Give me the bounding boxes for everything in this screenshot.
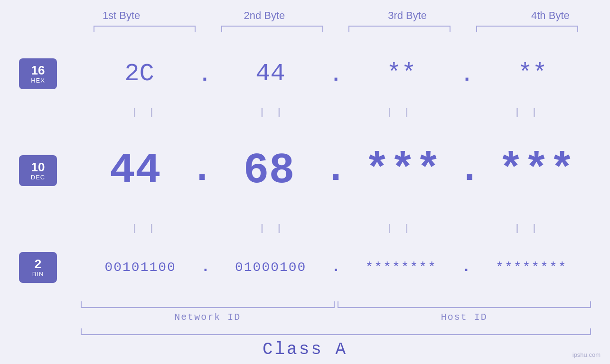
top-bracket-1 [94,26,196,32]
bin-label-col: 2 BIN [19,252,81,283]
dec-b4-cell: *** [482,147,591,195]
bin-b4: ******** [496,260,567,275]
network-bracket [81,301,335,308]
hex-dot-3: . [461,64,473,88]
class-bracket [81,328,591,335]
dec-b1: 44 [110,147,161,195]
dec-b2: 68 [244,147,295,195]
top-bracket-3 [348,26,450,32]
hex-b3: ** [386,60,416,88]
eq-2-b1: | | [81,223,208,234]
bin-b1-cell: 00101100 [81,260,200,275]
dec-b2-cell: 68 [215,147,324,195]
eq-divider-1: | | | | | | | | [81,106,591,119]
bracket-cell-1 [81,26,208,32]
network-id-label: Network ID [81,312,335,323]
eq-2-b2: | | [208,223,336,234]
hex-data-row: 2C . 44 . ** . ** [81,60,591,88]
dec-row-wrap: 10 DEC 44 . 68 . *** . *** [19,119,591,222]
eq-2-b3: | | [336,223,464,234]
dec-badge-number: 10 [31,160,45,174]
eq-1-b1: | | [81,107,208,118]
bin-badge: 2 BIN [19,252,57,283]
bin-b4-cell: ******** [472,260,591,275]
dec-b1-cell: 44 [81,147,190,195]
byte2-header: 2nd Byte [193,9,336,26]
byte1-header: 1st Byte [50,9,193,26]
bin-data-row: 00101100 . 01000100 . ******** . *******… [81,258,591,277]
bin-dot-1: . [201,258,210,277]
top-brackets [81,26,591,32]
rows-wrapper: 16 HEX 2C . 44 . ** . ** [19,42,591,299]
hex-b2-cell: 44 [212,60,329,88]
hex-b3-cell: ** [343,60,460,88]
bin-badge-number: 2 [35,257,41,271]
class-label: Class A [263,340,347,359]
dec-b3-cell: *** [348,147,458,195]
byte-headers: 1st Byte 2nd Byte 3rd Byte 4th Byte [50,9,610,26]
watermark: ipshu.com [572,351,601,358]
id-labels: Network ID Host ID [81,312,591,323]
bin-dot-2: . [331,258,340,277]
eq-divider-2: | | | | | | | | [81,222,591,235]
bracket-cell-2 [208,26,336,32]
hex-b4-cell: ** [474,60,591,88]
bin-b3-cell: ******** [341,260,460,275]
dec-label-col: 10 DEC [19,155,81,186]
bin-b3: ******** [366,260,437,275]
eq-2-b4: | | [463,223,591,234]
dec-dot-2: . [324,148,347,195]
bracket-cell-3 [336,26,464,32]
hex-dot-1: . [199,64,211,88]
hex-row-wrap: 16 HEX 2C . 44 . ** . ** [19,42,591,106]
top-bracket-4 [476,26,578,32]
dec-b3: *** [364,147,441,195]
main-container: 1st Byte 2nd Byte 3rd Byte 4th Byte 16 H… [0,0,610,364]
dec-b4: *** [498,147,575,195]
hex-b4: ** [517,60,547,88]
hex-badge-number: 16 [31,64,45,77]
hex-dot-2: . [330,64,342,88]
dec-dot-1: . [191,148,214,195]
hex-badge: 16 HEX [19,58,57,89]
hex-b2: 44 [255,60,285,88]
eq-1-b3: | | [336,107,464,118]
bin-b2: 01000100 [235,260,306,275]
class-label-row: Class A [19,340,591,359]
bin-row-wrap: 2 BIN 00101100 . 01000100 . ******** . * [19,235,591,299]
byte3-header: 3rd Byte [336,9,479,26]
hex-label-col: 16 HEX [19,58,81,89]
dec-dot-3: . [458,148,481,195]
bottom-brackets [81,301,591,308]
bin-b2-cell: 01000100 [211,260,330,275]
hex-b1-cell: 2C [81,60,198,88]
dec-data-row: 44 . 68 . *** . *** [81,147,591,195]
bin-b1: 00101100 [104,260,176,275]
bracket-cell-4 [463,26,591,32]
dec-badge: 10 DEC [19,155,57,186]
dec-badge-label: DEC [31,174,45,181]
host-id-label: Host ID [338,312,591,323]
hex-b1: 2C [124,60,154,88]
eq-1-b2: | | [208,107,336,118]
hex-badge-label: HEX [31,77,45,84]
host-bracket [338,301,591,308]
bin-dot-3: . [461,258,470,277]
eq-1-b4: | | [463,107,591,118]
byte4-header: 4th Byte [479,9,610,26]
bin-badge-label: BIN [32,271,44,278]
top-bracket-2 [221,26,323,32]
class-section: Class A [19,328,591,359]
